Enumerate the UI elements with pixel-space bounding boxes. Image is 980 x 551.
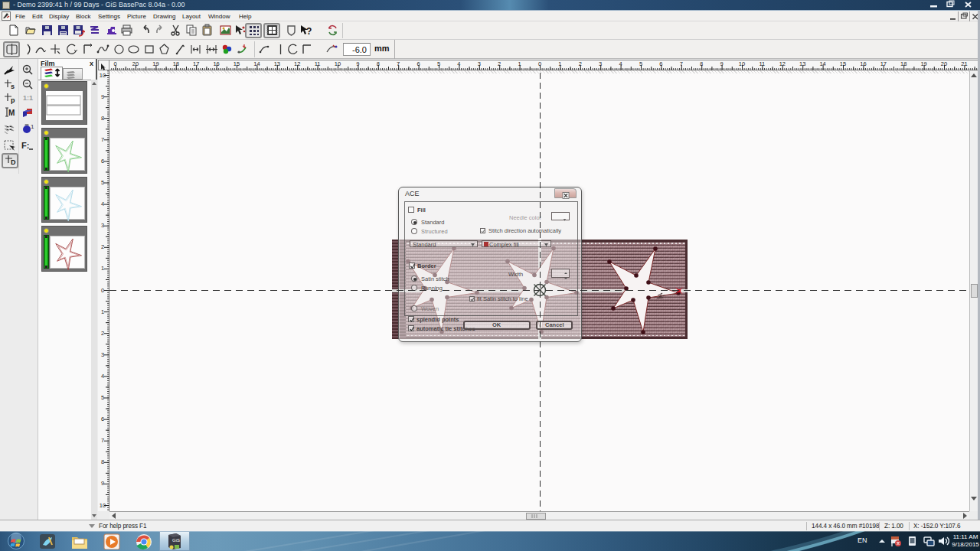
- svg-text:0: 0: [101, 287, 104, 294]
- svg-text:5: 5: [101, 179, 104, 186]
- svg-text:1: 1: [101, 265, 104, 272]
- svg-text:16: 16: [213, 60, 219, 67]
- svg-text:5: 5: [101, 394, 104, 401]
- svg-text:13: 13: [274, 60, 280, 67]
- svg-text:5: 5: [639, 60, 642, 67]
- svg-text:4: 4: [101, 201, 104, 207]
- svg-text:s: s: [11, 83, 15, 90]
- svg-text:7: 7: [101, 437, 104, 444]
- svg-text:?: ?: [306, 26, 312, 37]
- svg-text:12: 12: [779, 60, 786, 67]
- svg-text:4: 4: [457, 60, 460, 67]
- svg-text:20: 20: [132, 60, 139, 67]
- svg-text:20: 20: [941, 60, 947, 67]
- svg-text:1: 1: [558, 60, 561, 67]
- svg-text:18: 18: [900, 60, 906, 67]
- svg-text:17: 17: [880, 60, 887, 67]
- svg-text:8: 8: [101, 458, 104, 465]
- svg-text:9: 9: [101, 93, 104, 100]
- svg-text:0: 0: [538, 60, 541, 67]
- svg-text:15: 15: [234, 60, 240, 67]
- svg-text:10: 10: [335, 60, 341, 67]
- svg-text:10: 10: [100, 502, 106, 509]
- svg-text:7: 7: [101, 136, 104, 143]
- svg-text:16: 16: [860, 60, 866, 67]
- svg-text:6: 6: [101, 158, 104, 165]
- svg-text:2: 2: [101, 243, 104, 250]
- svg-text:1: 1: [31, 123, 34, 130]
- svg-text:14: 14: [253, 60, 260, 67]
- svg-text:10: 10: [100, 72, 106, 79]
- svg-text:1: 1: [518, 60, 521, 67]
- svg-text:10: 10: [739, 60, 745, 67]
- svg-text:7: 7: [397, 60, 400, 67]
- svg-text:p: p: [11, 96, 15, 104]
- svg-text:0: 0: [114, 60, 117, 67]
- svg-text:11: 11: [315, 60, 321, 67]
- svg-text:2: 2: [101, 330, 104, 337]
- svg-text:F:: F:: [21, 141, 29, 150]
- svg-text:5: 5: [437, 60, 440, 67]
- svg-text:GiS: GiS: [172, 538, 180, 543]
- svg-text:4: 4: [101, 373, 104, 380]
- svg-text:2: 2: [498, 60, 501, 67]
- svg-text:1: 1: [101, 308, 104, 315]
- svg-text:15: 15: [840, 60, 846, 67]
- svg-text:6: 6: [101, 416, 104, 422]
- svg-text:D: D: [11, 158, 16, 166]
- svg-text:8: 8: [700, 60, 703, 67]
- svg-text:7: 7: [680, 60, 683, 67]
- svg-text:9: 9: [356, 60, 359, 67]
- svg-text:3: 3: [599, 60, 602, 67]
- svg-text:11: 11: [760, 60, 766, 67]
- svg-text:19: 19: [920, 60, 926, 67]
- svg-text:14: 14: [819, 60, 825, 67]
- svg-text:12: 12: [294, 60, 300, 67]
- svg-text:3: 3: [101, 351, 104, 358]
- svg-text:8: 8: [101, 115, 104, 122]
- svg-text:13: 13: [799, 60, 805, 67]
- svg-text:4: 4: [619, 60, 622, 67]
- svg-text:21: 21: [961, 60, 967, 67]
- svg-text:17: 17: [193, 60, 199, 67]
- svg-text:M: M: [8, 109, 15, 117]
- svg-text:3: 3: [101, 222, 104, 229]
- svg-text:9: 9: [720, 60, 724, 67]
- svg-text:3: 3: [478, 60, 481, 67]
- svg-text:8: 8: [377, 60, 380, 67]
- svg-text:9: 9: [101, 480, 104, 487]
- svg-text:18: 18: [173, 60, 179, 67]
- svg-text:6: 6: [417, 60, 420, 67]
- svg-text:19: 19: [152, 60, 158, 67]
- svg-text:6: 6: [659, 60, 662, 67]
- svg-text:2: 2: [579, 60, 582, 67]
